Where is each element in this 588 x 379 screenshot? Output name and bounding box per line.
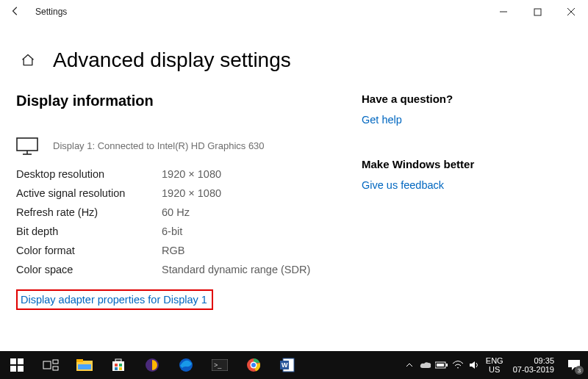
svg-rect-33 <box>437 364 444 367</box>
svg-rect-16 <box>115 359 121 361</box>
back-button[interactable] <box>10 6 21 18</box>
prop-val: RGB <box>162 241 310 260</box>
table-row: Active signal resolution1920 × 1080 <box>16 184 310 203</box>
firefox-icon[interactable] <box>135 351 169 379</box>
prop-key: Refresh rate (Hz) <box>16 203 162 222</box>
edge-icon[interactable] <box>169 351 203 379</box>
display-properties-table: Desktop resolution1920 × 1080 Active sig… <box>16 165 310 279</box>
action-center-icon[interactable]: 3 <box>560 351 588 379</box>
svg-rect-14 <box>78 364 91 369</box>
table-row: Refresh rate (Hz)60 Hz <box>16 203 310 222</box>
monitor-icon <box>16 137 38 155</box>
date: 07-03-2019 <box>513 365 554 374</box>
prop-key: Color space <box>16 260 162 279</box>
table-row: Desktop resolution1920 × 1080 <box>16 165 310 184</box>
lang-primary: ENG <box>482 356 507 365</box>
file-explorer-icon[interactable] <box>68 351 101 379</box>
time: 09:35 <box>513 356 554 365</box>
svg-rect-13 <box>76 359 83 362</box>
system-tray: ENG US 09:35 07-03-2019 3 <box>401 351 588 379</box>
notification-badge: 3 <box>575 366 584 375</box>
svg-rect-18 <box>119 364 122 367</box>
prop-val: 6-bit <box>162 222 310 241</box>
onedrive-icon[interactable] <box>417 351 434 379</box>
start-button[interactable] <box>0 351 34 379</box>
prop-val: Standard dynamic range (SDR) <box>162 260 310 279</box>
home-icon[interactable] <box>21 53 35 68</box>
prop-val: 60 Hz <box>162 203 310 222</box>
svg-rect-19 <box>115 367 118 370</box>
svg-rect-1 <box>534 9 541 15</box>
clock[interactable]: 09:35 07-03-2019 <box>507 356 560 374</box>
display-caption: Display 1: Connected to Intel(R) HD Grap… <box>53 140 362 151</box>
svg-point-27 <box>251 363 256 367</box>
prop-key: Desktop resolution <box>16 165 162 184</box>
svg-rect-8 <box>18 366 24 372</box>
table-row: Color spaceStandard dynamic range (SDR) <box>16 260 310 279</box>
minimize-button[interactable] <box>487 0 520 24</box>
tray-chevron-icon[interactable] <box>401 351 417 379</box>
svg-rect-32 <box>446 364 448 367</box>
svg-rect-6 <box>18 358 24 364</box>
svg-rect-11 <box>53 367 58 370</box>
wifi-icon[interactable] <box>450 351 466 379</box>
taskbar: >_ W ENG US 09:35 07-03-2019 3 <box>0 351 588 379</box>
word-icon[interactable]: W <box>270 351 304 379</box>
title-bar: Settings <box>0 0 588 24</box>
page-header: Advanced display settings <box>0 24 588 72</box>
svg-rect-17 <box>115 364 118 367</box>
battery-icon[interactable] <box>434 351 450 379</box>
svg-rect-20 <box>119 367 122 370</box>
lang-secondary: US <box>482 365 507 374</box>
language-indicator[interactable]: ENG US <box>482 356 507 374</box>
prop-key: Color format <box>16 241 162 260</box>
svg-rect-2 <box>17 138 37 151</box>
svg-rect-7 <box>10 366 16 372</box>
table-row: Color formatRGB <box>16 241 310 260</box>
prop-val: 1920 × 1080 <box>162 165 310 184</box>
question-heading: Have a question? <box>362 93 553 105</box>
get-help-link[interactable]: Get help <box>362 114 553 126</box>
display-info-heading: Display information <box>16 93 362 109</box>
page-title: Advanced display settings <box>53 48 291 72</box>
prop-val: 1920 × 1080 <box>162 184 310 203</box>
svg-rect-9 <box>43 361 51 369</box>
svg-rect-15 <box>112 361 124 371</box>
cmd-icon[interactable]: >_ <box>203 351 237 379</box>
chrome-icon[interactable] <box>237 351 270 379</box>
close-button[interactable] <box>554 0 588 24</box>
svg-text:>_: >_ <box>214 361 222 369</box>
display-adapter-link[interactable]: Display adapter properties for Display 1 <box>16 289 213 310</box>
prop-key: Active signal resolution <box>16 184 162 203</box>
svg-rect-10 <box>53 360 58 364</box>
volume-icon[interactable] <box>466 351 482 379</box>
feedback-heading: Make Windows better <box>362 158 553 170</box>
prop-key: Bit depth <box>16 222 162 241</box>
microsoft-store-icon[interactable] <box>101 351 135 379</box>
feedback-link[interactable]: Give us feedback <box>362 179 553 191</box>
window-title: Settings <box>35 7 67 17</box>
table-row: Bit depth6-bit <box>16 222 310 241</box>
svg-rect-5 <box>10 358 16 364</box>
task-view-icon[interactable] <box>34 351 68 379</box>
svg-text:W: W <box>282 361 288 369</box>
maximize-button[interactable] <box>520 0 554 24</box>
